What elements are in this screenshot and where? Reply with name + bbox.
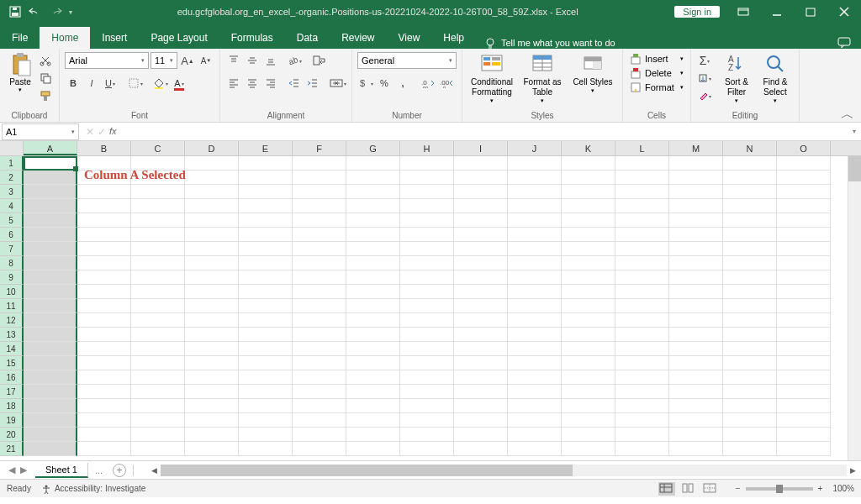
autosum-icon[interactable]: Σ — [696, 52, 713, 69]
cell[interactable] — [131, 199, 185, 213]
cell[interactable] — [77, 370, 131, 385]
zoom-level[interactable]: 100% — [832, 484, 854, 493]
cell[interactable] — [293, 299, 346, 313]
cell[interactable] — [239, 370, 293, 385]
cell[interactable] — [239, 228, 293, 242]
row-header[interactable]: 13 — [0, 328, 24, 342]
column-header[interactable]: D — [185, 141, 239, 155]
cell[interactable] — [400, 356, 454, 370]
cell[interactable] — [669, 228, 723, 242]
sheet-nav-next-icon[interactable]: ▶ — [20, 465, 27, 475]
cell[interactable] — [77, 199, 131, 213]
cell[interactable] — [508, 356, 562, 370]
cell[interactable] — [346, 199, 400, 213]
cell[interactable] — [77, 328, 131, 342]
horizontal-scrollbar[interactable] — [161, 465, 847, 476]
cell[interactable] — [723, 256, 777, 270]
cell[interactable] — [454, 256, 508, 270]
cell[interactable] — [562, 442, 615, 456]
cell[interactable] — [239, 428, 293, 442]
cell[interactable] — [400, 156, 454, 171]
cell[interactable] — [185, 442, 239, 456]
fx-icon[interactable]: fx — [109, 126, 117, 138]
row-header[interactable]: 9 — [0, 270, 24, 285]
cell[interactable] — [454, 242, 508, 256]
cell[interactable] — [615, 428, 669, 442]
cell[interactable] — [454, 385, 508, 399]
cell[interactable] — [131, 256, 185, 270]
cell[interactable] — [185, 185, 239, 199]
column-header[interactable]: G — [346, 141, 400, 155]
cell[interactable] — [77, 228, 131, 242]
sort-filter-button[interactable]: AZ Sort & Filter▾ — [718, 52, 755, 104]
cell[interactable] — [400, 256, 454, 270]
cell[interactable] — [777, 428, 831, 442]
cell[interactable] — [24, 228, 77, 242]
copy-icon[interactable] — [37, 70, 54, 87]
cell[interactable] — [400, 399, 454, 413]
cell[interactable] — [454, 185, 508, 199]
cell[interactable] — [562, 328, 615, 342]
cell[interactable] — [615, 270, 669, 285]
cell[interactable] — [669, 328, 723, 342]
cell[interactable] — [346, 442, 400, 456]
formula-input[interactable] — [127, 123, 848, 140]
cell[interactable] — [669, 256, 723, 270]
cell[interactable] — [400, 185, 454, 199]
sheet-tab[interactable]: Sheet 1 — [35, 463, 88, 478]
cell[interactable] — [77, 299, 131, 313]
cell[interactable] — [131, 185, 185, 199]
cell[interactable] — [24, 313, 77, 328]
cell[interactable] — [24, 156, 77, 171]
cell[interactable] — [454, 328, 508, 342]
cell[interactable] — [24, 171, 77, 185]
fill-icon[interactable] — [696, 70, 713, 87]
accounting-format-icon[interactable]: $ — [357, 75, 374, 92]
zoom-in-icon[interactable]: + — [818, 484, 823, 493]
cell[interactable] — [239, 328, 293, 342]
cell[interactable] — [131, 385, 185, 399]
cell[interactable] — [723, 285, 777, 299]
insert-cells-button[interactable]: Insert▾ — [628, 52, 685, 66]
cell[interactable] — [777, 413, 831, 428]
cell[interactable] — [669, 242, 723, 256]
cell[interactable] — [723, 213, 777, 228]
cell[interactable] — [24, 370, 77, 385]
cell[interactable] — [293, 328, 346, 342]
collapse-ribbon-icon[interactable]: ︿ — [841, 49, 861, 122]
fill-color-icon[interactable] — [152, 75, 169, 92]
align-top-icon[interactable] — [225, 52, 242, 69]
cell[interactable] — [454, 442, 508, 456]
cell[interactable] — [185, 299, 239, 313]
cell[interactable] — [185, 256, 239, 270]
cell[interactable] — [239, 256, 293, 270]
cell[interactable] — [669, 156, 723, 171]
undo-icon[interactable] — [29, 5, 42, 18]
page-layout-view-icon[interactable] — [680, 482, 697, 496]
accessibility-status[interactable]: Accessibility: Investigate — [41, 484, 145, 494]
cell[interactable] — [723, 156, 777, 171]
cell[interactable] — [508, 342, 562, 356]
cell[interactable] — [723, 228, 777, 242]
cell[interactable] — [346, 399, 400, 413]
bold-button[interactable]: B — [65, 75, 82, 92]
cell[interactable] — [293, 256, 346, 270]
cell[interactable] — [777, 328, 831, 342]
column-header[interactable]: H — [400, 141, 454, 155]
cell[interactable] — [131, 299, 185, 313]
row-header[interactable]: 1 — [0, 156, 24, 171]
cell[interactable] — [239, 313, 293, 328]
cell[interactable] — [77, 285, 131, 299]
sheet-overflow[interactable]: ... — [88, 464, 109, 477]
cell[interactable] — [669, 199, 723, 213]
cell[interactable] — [669, 356, 723, 370]
cell[interactable] — [131, 270, 185, 285]
cell[interactable] — [400, 442, 454, 456]
cell[interactable] — [562, 171, 615, 185]
cell[interactable] — [508, 199, 562, 213]
cell[interactable] — [562, 385, 615, 399]
name-box[interactable]: A1▾ — [2, 123, 79, 140]
cell[interactable] — [508, 270, 562, 285]
cell[interactable] — [508, 399, 562, 413]
cell[interactable] — [77, 342, 131, 356]
